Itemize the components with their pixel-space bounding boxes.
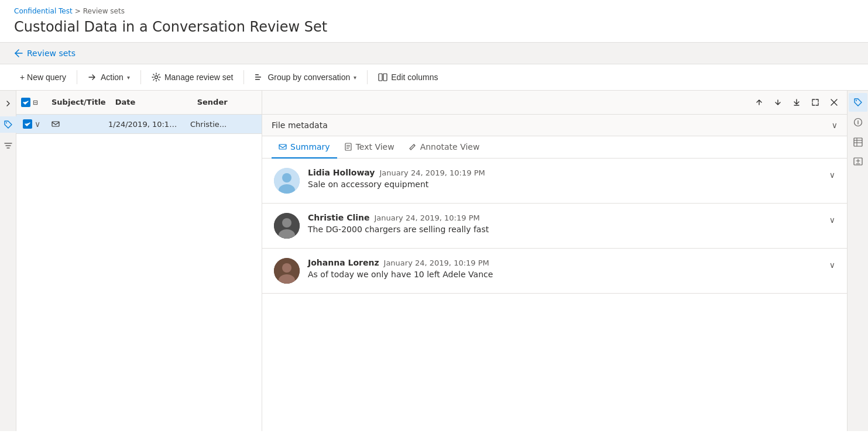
filter-sidebar-button[interactable]	[0, 137, 16, 154]
back-button[interactable]: Review sets	[14, 49, 76, 58]
conversation-expand-button[interactable]: ∨	[829, 170, 835, 180]
tab-text-view[interactable]: Text View	[337, 136, 402, 159]
conversation-item: Lidia Holloway January 24, 2019, 10:19 P…	[262, 159, 847, 204]
back-label: Review sets	[27, 49, 76, 58]
file-metadata-chevron[interactable]: ∨	[832, 120, 838, 130]
right-sidebar	[847, 91, 868, 431]
right-table-button[interactable]	[849, 133, 867, 151]
info-icon	[853, 118, 863, 127]
conversation-list: Lidia Holloway January 24, 2019, 10:19 P…	[262, 159, 847, 431]
header-sender: Sender	[193, 95, 262, 109]
action-button[interactable]: Action ▾	[82, 69, 136, 85]
main-content: ⊟ Subject/Title Date Sender ∨ 1/24/2019,	[0, 91, 868, 431]
nav-up-button[interactable]	[751, 94, 767, 111]
conversation-name: Johanna Lorenz	[308, 258, 379, 267]
breadcrumb-separator: >	[75, 7, 81, 15]
arrow-down-end-icon	[792, 98, 801, 106]
breadcrumb-current: Review sets	[83, 7, 125, 15]
svg-point-0	[155, 76, 157, 79]
conversation-expand-button[interactable]: ∨	[829, 260, 835, 270]
row-expand-button[interactable]: ∨	[35, 119, 40, 129]
filter-icon	[4, 141, 13, 150]
breadcrumb-link[interactable]: Confidential Test	[14, 7, 73, 15]
conversation-body: The DG-2000 chargers are selling really …	[308, 225, 821, 234]
table-row[interactable]: ∨ 1/24/2019, 10:19... Christie...	[16, 115, 262, 134]
email-icon	[52, 120, 60, 128]
row-date: 1/24/2019, 10:19...	[104, 115, 186, 133]
header-date: Date	[111, 95, 193, 109]
row-sender: Christie...	[186, 115, 262, 133]
action-label: Action	[101, 73, 123, 82]
avatar	[274, 168, 300, 194]
detail-panel: File metadata ∨ Summary Text View	[262, 91, 847, 431]
avatar-image	[274, 213, 300, 239]
tab-summary-label: Summary	[290, 142, 330, 151]
right-info-button[interactable]	[849, 113, 867, 132]
conversation-date: January 24, 2019, 10:19 PM	[384, 259, 489, 267]
arrow-up-icon	[755, 98, 763, 106]
columns-icon	[378, 73, 387, 82]
tag-right-icon	[853, 98, 863, 107]
expand-sidebar-button[interactable]	[0, 95, 16, 112]
manage-review-set-button[interactable]: Manage review set	[146, 69, 239, 85]
left-sidebar	[0, 91, 16, 431]
tab-text-view-label: Text View	[356, 142, 394, 151]
chevron-right-icon	[4, 99, 12, 108]
avatar-image	[274, 258, 300, 284]
list-header: ⊟ Subject/Title Date Sender	[16, 91, 262, 115]
conversation-date: January 24, 2019, 10:19 PM	[380, 168, 485, 177]
svg-rect-2	[255, 77, 261, 78]
avatar-image	[274, 168, 300, 194]
conversation-content: Lidia Holloway January 24, 2019, 10:19 P…	[308, 168, 821, 189]
group-by-conversation-label: Group by conversation	[267, 73, 350, 82]
svg-rect-5	[383, 74, 387, 81]
expand-icon	[811, 98, 819, 106]
tab-summary[interactable]: Summary	[272, 136, 337, 159]
tag-sidebar-button[interactable]	[0, 116, 16, 133]
tab-annotate-view[interactable]: Annotate View	[402, 136, 487, 159]
svg-point-22	[856, 100, 857, 101]
row-check-cell: ∨	[16, 115, 47, 133]
back-icon	[14, 49, 23, 58]
tab-annotate-view-label: Annotate View	[420, 142, 480, 151]
svg-rect-24	[854, 138, 862, 146]
toolbar-divider-1	[77, 70, 77, 84]
nav-down-end-button[interactable]	[788, 94, 805, 111]
svg-point-6	[6, 122, 7, 123]
tabs-bar: Summary Text View Annotate View	[262, 136, 847, 159]
right-download-button[interactable]	[849, 153, 867, 171]
nav-expand-button[interactable]	[807, 94, 824, 111]
page-title: Custodial Data in a Conversation Review …	[14, 19, 854, 35]
avatar	[274, 258, 300, 284]
gear-icon	[152, 73, 161, 82]
email-tab-icon	[279, 143, 287, 151]
conversation-date: January 24, 2019, 10:19 PM	[374, 213, 479, 222]
doc-tab-icon	[344, 143, 352, 151]
edit-columns-button[interactable]: Edit columns	[372, 69, 444, 85]
nav-close-button[interactable]	[826, 94, 842, 111]
collapse-icon: ⊟	[33, 99, 38, 106]
action-icon	[88, 73, 97, 82]
conversation-body: As of today we only have 10 left Adele V…	[308, 270, 821, 279]
group-by-conversation-button[interactable]: Group by conversation ▾	[249, 69, 362, 85]
close-icon	[830, 98, 838, 106]
avatar	[274, 213, 300, 239]
breadcrumb: Confidential Test > Review sets	[14, 7, 854, 15]
conversation-header: Christie Cline January 24, 2019, 10:19 P…	[308, 213, 821, 222]
back-bar: Review sets	[0, 43, 868, 64]
row-checkbox[interactable]	[23, 119, 32, 129]
table-icon	[853, 137, 863, 147]
conversation-name: Lidia Holloway	[308, 168, 375, 177]
header-checkbox-cell: ⊟	[16, 95, 47, 109]
nav-down-button[interactable]	[770, 94, 786, 111]
svg-point-17	[282, 218, 291, 228]
svg-point-14	[282, 173, 291, 182]
new-query-button[interactable]: + New query	[14, 69, 72, 85]
conversation-expand-button[interactable]: ∨	[829, 215, 835, 225]
top-bar: Confidential Test > Review sets Custodia…	[0, 0, 868, 43]
file-metadata-label: File metadata	[272, 120, 328, 130]
right-tag-button[interactable]	[849, 93, 867, 112]
toolbar-divider-2	[140, 70, 141, 84]
select-all-checkbox[interactable]	[21, 98, 30, 107]
group-chevron: ▾	[354, 74, 356, 81]
